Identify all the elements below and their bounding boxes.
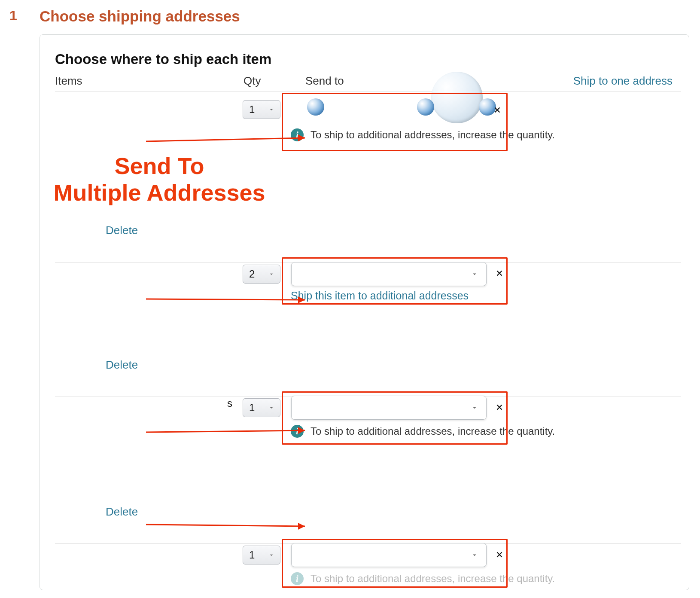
quantity-dropdown[interactable]: 1 — [243, 398, 280, 417]
watermark-orb — [307, 98, 324, 116]
info-text: To ship to additional addresses, increas… — [310, 129, 555, 141]
col-sendto-header: Send to — [305, 74, 344, 88]
info-text: To ship to additional addresses, increas… — [310, 573, 555, 585]
item-text-fragment: s — [227, 397, 232, 409]
step-number: 1 — [9, 8, 17, 24]
quantity-dropdown[interactable]: 1 — [243, 100, 280, 119]
info-icon: i — [291, 572, 304, 585]
remove-address-button[interactable] — [493, 401, 506, 414]
col-items-header: Items — [55, 74, 82, 88]
info-line: i To ship to additional addresses, incre… — [291, 128, 555, 141]
quantity-value: 1 — [249, 549, 255, 561]
card-title: Choose where to ship each item — [55, 51, 271, 67]
info-icon: i — [291, 425, 304, 438]
quantity-value: 1 — [249, 104, 255, 116]
chevron-down-icon — [268, 404, 275, 411]
address-dropdown[interactable] — [291, 396, 487, 420]
info-text: To ship to additional addresses, increas… — [310, 425, 555, 437]
info-line: i To ship to additional addresses, incre… — [291, 425, 555, 438]
ship-to-one-address-link[interactable]: Ship to one address — [573, 74, 673, 88]
chevron-down-icon — [471, 270, 478, 278]
watermark-orb — [431, 72, 483, 123]
step-title: Choose shipping addresses — [40, 8, 240, 25]
delete-item-link[interactable]: Delete — [106, 505, 138, 519]
delete-item-link[interactable]: Delete — [106, 224, 138, 237]
col-qty-header: Qty — [243, 74, 261, 88]
shipping-card: Choose where to ship each item Items Qty… — [40, 34, 689, 590]
quantity-dropdown[interactable]: 2 — [243, 265, 280, 284]
chevron-down-icon — [268, 552, 275, 558]
delete-item-link[interactable]: Delete — [106, 358, 138, 372]
ship-additional-addresses-link[interactable]: Ship this item to additional addresses — [291, 290, 469, 302]
remove-address-button[interactable] — [491, 104, 504, 116]
annotation-highlight-box — [282, 93, 508, 151]
remove-address-button[interactable] — [493, 267, 506, 280]
chevron-down-icon — [268, 271, 275, 278]
remove-address-button[interactable] — [493, 548, 506, 561]
info-icon: i — [291, 128, 304, 141]
address-dropdown[interactable] — [291, 262, 487, 286]
address-dropdown[interactable] — [291, 543, 487, 567]
chevron-down-icon — [471, 404, 478, 412]
quantity-value: 2 — [249, 268, 255, 280]
info-line: i To ship to additional addresses, incre… — [291, 572, 555, 585]
watermark-orb — [417, 98, 434, 116]
quantity-dropdown[interactable]: 1 — [243, 546, 280, 564]
divider — [55, 91, 681, 92]
quantity-value: 1 — [249, 402, 255, 414]
chevron-down-icon — [268, 106, 275, 113]
chevron-down-icon — [471, 551, 478, 559]
